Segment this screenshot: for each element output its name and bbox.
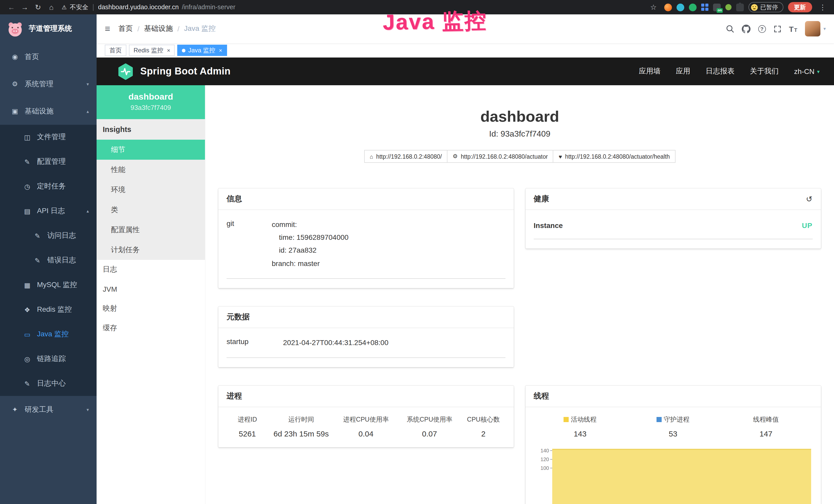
sidebar-item-label: 研发工具 <box>25 405 53 414</box>
sidebar-collapse-icon[interactable]: ≡ <box>105 23 110 34</box>
sidebar-item-home[interactable]: ◉ 首页 <box>0 43 96 70</box>
health-row-instance[interactable]: Instance UP <box>534 218 813 239</box>
user-avatar[interactable] <box>805 21 820 37</box>
sidebar-item-error-logs[interactable]: ✎ 错误日志 <box>0 248 96 273</box>
stat-value: 143 <box>534 429 627 438</box>
sba-item-scheduled-tasks[interactable]: 计划任务 <box>96 240 205 260</box>
help-icon[interactable]: ? <box>758 25 766 32</box>
stat-value: 6d 23h 15m 59s <box>268 429 334 438</box>
clock-icon: ◷ <box>23 183 31 190</box>
git-branch-line: branch: master <box>272 257 505 270</box>
gear-icon: ⚙ <box>11 80 19 88</box>
card-body: startup 2021-04-27T00:44:31.254+08:00 <box>218 328 514 367</box>
tab-label: Redis 监控 <box>134 46 163 55</box>
sidebar-item-scheduled-tasks[interactable]: ◷ 定时任务 <box>0 174 96 199</box>
sba-item-config-props[interactable]: 配置属性 <box>96 220 205 240</box>
actuator-url-link[interactable]: ⚙ http://192.168.0.2:48080/actuator <box>447 150 553 163</box>
breadcrumb-separator: / <box>177 25 179 33</box>
sba-item-environment[interactable]: 环境 <box>96 180 205 200</box>
card-header: 进程 <box>218 386 514 407</box>
extension-icon-proxy[interactable]: on <box>713 3 721 11</box>
sidebar-item-file-management[interactable]: ◫ 文件管理 <box>0 125 96 150</box>
sba-app-id: 93a3fc7f7409 <box>102 104 200 111</box>
refresh-icon[interactable]: ↻ <box>32 1 44 13</box>
sba-instance-header[interactable]: dashboard 93a3fc7f7409 <box>96 85 205 119</box>
link-label: http://192.168.0.2:48080/actuator/health <box>565 153 670 159</box>
sidebar-item-redis-monitor[interactable]: ❖ Redis 监控 <box>0 297 96 322</box>
sidebar: 芋道管理系统 ◉ 首页 ⚙ 系统管理 ▾ ▣ 基础设施 ▴ ◫ 文件管理 <box>0 15 96 504</box>
sba-item-caches[interactable]: 缓存 <box>96 318 205 338</box>
update-button[interactable]: 更新 <box>788 2 812 12</box>
extension-icon-green[interactable] <box>689 3 697 11</box>
heart-icon: ♥ <box>559 153 562 159</box>
github-icon[interactable] <box>742 24 750 33</box>
breadcrumb-home[interactable]: 首页 <box>118 24 133 33</box>
sba-item-jvm[interactable]: JVM <box>96 279 205 299</box>
sidebar-item-dev-tools[interactable]: ✦ 研发工具 ▾ <box>0 396 96 423</box>
extension-icon-orange[interactable] <box>664 3 672 11</box>
sba-nav-journal[interactable]: 日志报表 <box>706 67 734 76</box>
extension-icon-leaf[interactable] <box>725 4 731 10</box>
bookmark-star-icon[interactable]: ☆ <box>647 1 660 13</box>
sidebar-item-java-monitor[interactable]: ▭ Java 监控 <box>0 322 96 347</box>
sba-item-details[interactable]: 细节 <box>96 140 205 160</box>
tab-close-icon[interactable]: × <box>219 47 222 53</box>
card-body: Instance UP <box>526 210 821 249</box>
breadcrumb: 首页 / 基础设施 / Java 监控 <box>118 24 216 33</box>
sidebar-item-log-center[interactable]: ✎ 日志中心 <box>0 371 96 396</box>
sidebar-item-link-tracing[interactable]: ◎ 链路追踪 <box>0 347 96 371</box>
sidebar-item-api-logs[interactable]: ▤ API 日志 ▴ <box>0 199 96 223</box>
font-size-icon[interactable]: T T <box>789 24 797 33</box>
security-label[interactable]: 不安全 <box>70 3 88 12</box>
sba-nav-applications[interactable]: 应用 <box>676 67 690 76</box>
instance-url-link[interactable]: ⌂ http://192.168.0.2:48080/ <box>364 150 447 163</box>
tab-close-icon[interactable]: × <box>167 47 170 53</box>
back-icon[interactable]: ← <box>5 1 18 13</box>
sba-nav-wallboard[interactable]: 应用墙 <box>639 67 661 76</box>
threads-card: 线程 活动线程 1 <box>526 386 821 504</box>
monitor-icon: ▭ <box>23 330 31 338</box>
sidebar-item-mysql-monitor[interactable]: ▦ MySQL 监控 <box>0 273 96 297</box>
card-header: 信息 <box>218 188 514 210</box>
extension-icon-teal[interactable] <box>677 3 684 11</box>
avatar-caret-icon[interactable]: ▾ <box>824 26 826 31</box>
tab-redis-monitor[interactable]: Redis 监控 × <box>129 45 175 56</box>
breadcrumb-separator: / <box>137 25 139 33</box>
sba-item-logs[interactable]: 日志 <box>96 260 205 279</box>
breadcrumb-infrastructure[interactable]: 基础设施 <box>144 24 173 33</box>
tab-java-monitor[interactable]: Java 监控 × <box>177 45 227 56</box>
history-icon[interactable]: ↺ <box>806 194 812 204</box>
sidebar-item-system-management[interactable]: ⚙ 系统管理 ▾ <box>0 70 96 97</box>
sba-insights-group: Insights 细节 性能 环境 类 配置属性 计划任务 <box>96 119 205 260</box>
tab-label: 首页 <box>109 46 122 55</box>
screenshot-root: ← → ↻ ⌂ ⚠ 不安全 dashboard.yudao.iocoder.cn… <box>0 0 834 504</box>
sidebar-item-label: API 日志 <box>37 206 65 216</box>
forward-icon[interactable]: → <box>19 1 31 13</box>
tab-home[interactable]: 首页 <box>105 45 126 56</box>
sba-nav-about[interactable]: 关于我们 <box>750 67 779 76</box>
locale-selector[interactable]: zh-CN ▾ <box>794 67 820 75</box>
sba-item-classes[interactable]: 类 <box>96 200 205 220</box>
sba-nav: 应用墙 应用 日志报表 关于我们 zh-CN ▾ <box>639 67 820 76</box>
search-icon[interactable] <box>726 25 734 33</box>
sba-item-performance[interactable]: 性能 <box>96 160 205 180</box>
sidebar-item-access-logs[interactable]: ✎ 访问日志 <box>0 223 96 248</box>
sba-sidebar: dashboard 93a3fc7f7409 Insights 细节 性能 环境… <box>96 85 205 504</box>
log-icon: ▤ <box>23 207 31 215</box>
browser-menu-kebab-icon[interactable]: ⋮ <box>816 1 829 13</box>
extensions-puzzle-icon[interactable] <box>736 3 744 11</box>
locale-label: zh-CN <box>794 67 814 75</box>
health-url-link[interactable]: ♥ http://192.168.0.2:48080/actuator/heal… <box>553 150 676 163</box>
fullscreen-icon[interactable] <box>773 25 781 32</box>
sidebar-item-config-management[interactable]: ✎ 配置管理 <box>0 150 96 174</box>
app-logo[interactable]: 芋道管理系统 <box>0 15 96 43</box>
extension-icon-grid[interactable] <box>701 4 708 11</box>
legend-label: 线程峰值 <box>753 415 779 424</box>
sba-item-mappings[interactable]: 映射 <box>96 299 205 318</box>
sidebar-item-infrastructure[interactable]: ▣ 基础设施 ▴ <box>0 97 96 125</box>
paused-chip[interactable]: 已暂停 <box>748 2 783 12</box>
sba-group-title: Insights <box>96 119 205 140</box>
address-bar[interactable]: ⚠ 不安全 dashboard.yudao.iocoder.cn/infra/a… <box>62 3 235 12</box>
browser-home-icon[interactable]: ⌂ <box>45 1 58 13</box>
stat-system-cpu: 系统CPU使用率 0.07 <box>398 415 462 438</box>
